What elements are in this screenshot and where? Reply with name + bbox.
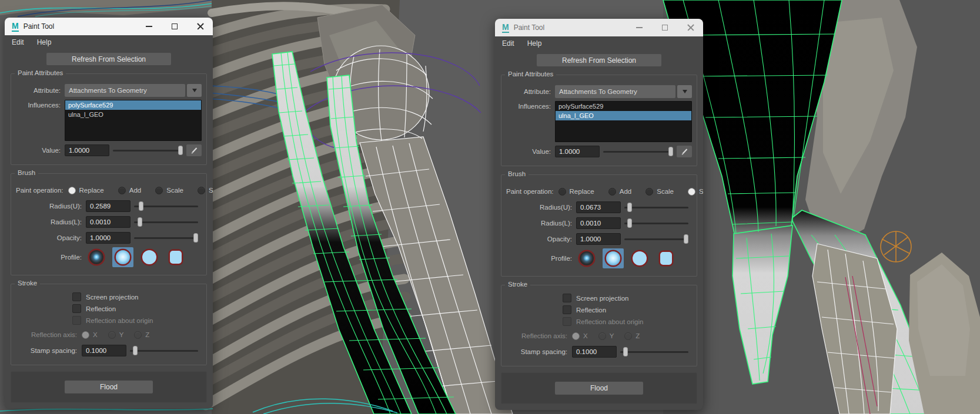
paint-operation-scale[interactable]: Scale bbox=[155, 187, 183, 194]
checkbox-icon bbox=[563, 317, 571, 326]
maximize-button[interactable] bbox=[170, 22, 179, 31]
attribute-label: Attribute: bbox=[506, 88, 551, 95]
flood-button[interactable]: Flood bbox=[555, 382, 643, 395]
stamp-spacing-input[interactable] bbox=[572, 346, 617, 358]
dropdown-arrow-button[interactable] bbox=[187, 84, 202, 97]
pencil-tool-button[interactable] bbox=[677, 146, 692, 157]
pencil-icon bbox=[680, 147, 688, 156]
stamp-spacing-input[interactable] bbox=[82, 345, 126, 356]
checkbox-screen-projection[interactable]: Screen projection bbox=[72, 292, 202, 301]
profile-soft-button[interactable] bbox=[112, 247, 133, 267]
attribute-dropdown[interactable]: Attachments To Geometry bbox=[555, 85, 675, 98]
attribute-dropdown[interactable]: Attachments To Geometry bbox=[65, 84, 185, 97]
close-button[interactable] bbox=[687, 23, 695, 32]
reflection-axis-z: Z bbox=[134, 331, 149, 339]
influence-item[interactable]: ulna_l_GEO bbox=[556, 111, 691, 120]
profile-solid-button[interactable] bbox=[139, 247, 160, 267]
influences-list[interactable]: polySurface529ulna_l_GEO bbox=[555, 101, 692, 142]
stamp-spacing-slider[interactable] bbox=[130, 345, 198, 356]
menu-help[interactable]: Help bbox=[527, 39, 542, 48]
minimize-button[interactable] bbox=[145, 22, 153, 31]
checkbox-screen-projection[interactable]: Screen projection bbox=[563, 294, 692, 302]
maximize-button[interactable] bbox=[661, 23, 669, 32]
attribute-label: Attribute: bbox=[16, 87, 61, 94]
checkbox-icon[interactable] bbox=[72, 304, 81, 313]
influence-item[interactable]: polySurface529 bbox=[65, 100, 201, 110]
profile-gaussian-button[interactable] bbox=[86, 247, 107, 267]
opacity-slider[interactable] bbox=[134, 233, 198, 243]
checkbox-icon[interactable] bbox=[563, 294, 571, 302]
menu-edit[interactable]: Edit bbox=[12, 38, 24, 46]
radius-u-slider[interactable] bbox=[134, 201, 198, 211]
radio-label: X bbox=[93, 331, 98, 338]
profile-label: Profile: bbox=[506, 255, 572, 262]
refresh-from-selection-button[interactable]: Refresh From Selection bbox=[537, 54, 661, 66]
reflection-axis-x: X bbox=[572, 332, 588, 340]
influence-item[interactable]: ulna_l_GEO bbox=[65, 110, 201, 119]
paint-operation-smooth[interactable]: Smooth bbox=[198, 187, 213, 194]
opacity-input[interactable] bbox=[86, 232, 131, 244]
attribute-value: Attachments To Geometry bbox=[69, 87, 147, 94]
value-slider[interactable] bbox=[113, 145, 183, 156]
opacity-slider[interactable] bbox=[624, 234, 688, 244]
radius-l-slider[interactable] bbox=[624, 218, 688, 228]
checkbox-icon[interactable] bbox=[72, 292, 81, 301]
checkbox-icon[interactable] bbox=[563, 305, 571, 314]
reflection-axis-y: Y bbox=[598, 332, 614, 340]
menubar: Edit Help bbox=[495, 36, 703, 51]
paint-operation-scale[interactable]: Scale bbox=[645, 188, 674, 196]
radio-icon bbox=[572, 332, 580, 340]
flood-button[interactable]: Flood bbox=[65, 381, 153, 393]
menu-help[interactable]: Help bbox=[37, 38, 52, 46]
paint-operation-replace[interactable]: Replace bbox=[68, 187, 104, 194]
value-slider[interactable] bbox=[603, 146, 673, 157]
window-title: Paint Tool bbox=[24, 22, 140, 31]
radio-label: Y bbox=[610, 332, 614, 339]
profile-square-button[interactable] bbox=[655, 248, 677, 268]
reflection-axis-label: Reflection axis: bbox=[506, 332, 567, 339]
influences-list[interactable]: polySurface529ulna_l_GEO bbox=[65, 100, 202, 141]
profile-gaussian-button[interactable] bbox=[576, 248, 597, 268]
titlebar[interactable]: M Paint Tool bbox=[5, 18, 213, 35]
radius-l-input[interactable] bbox=[86, 216, 131, 228]
radius-l-input[interactable] bbox=[576, 217, 621, 229]
influence-item[interactable]: polySurface529 bbox=[556, 102, 691, 111]
stamp-spacing-slider[interactable] bbox=[620, 346, 688, 357]
menu-edit[interactable]: Edit bbox=[502, 39, 514, 48]
radio-icon bbox=[108, 331, 116, 339]
radio-label: Add bbox=[620, 188, 631, 195]
radius-u-input[interactable] bbox=[576, 201, 621, 213]
minimize-icon bbox=[636, 27, 643, 28]
stroke-checkboxes: Screen projectionReflectionReflection ab… bbox=[563, 294, 692, 326]
group-label: Paint Attributes bbox=[15, 69, 66, 76]
paint-tool-window: M Paint Tool Edit Help Refresh From Sele… bbox=[495, 19, 703, 410]
pencil-tool-button[interactable] bbox=[186, 144, 202, 156]
checkbox-reflection[interactable]: Reflection bbox=[72, 304, 202, 313]
close-button[interactable] bbox=[196, 22, 205, 31]
opacity-label: Opacity: bbox=[506, 235, 572, 243]
titlebar[interactable]: M Paint Tool bbox=[495, 19, 703, 36]
radius-u-slider[interactable] bbox=[624, 202, 688, 213]
checkbox-reflection-about-origin: Reflection about origin bbox=[72, 316, 202, 325]
profile-square-button[interactable] bbox=[165, 247, 186, 267]
gaussian-brush-icon bbox=[89, 250, 103, 264]
radius-u-input[interactable] bbox=[86, 200, 131, 212]
checkbox-reflection[interactable]: Reflection bbox=[563, 305, 692, 314]
profile-solid-button[interactable] bbox=[629, 248, 650, 268]
paint-operation-replace[interactable]: Replace bbox=[558, 188, 594, 196]
maximize-icon bbox=[662, 25, 668, 31]
value-input[interactable] bbox=[555, 146, 600, 157]
gaussian-brush-icon bbox=[580, 251, 594, 265]
dropdown-arrow-button[interactable] bbox=[677, 85, 692, 98]
profile-soft-button[interactable] bbox=[603, 248, 624, 268]
minimize-button[interactable] bbox=[635, 23, 643, 32]
opacity-input[interactable] bbox=[576, 233, 621, 245]
value-label: Value: bbox=[16, 147, 61, 154]
radius-l-slider[interactable] bbox=[134, 217, 198, 227]
menubar: Edit Help bbox=[5, 35, 213, 49]
paint-operation-add[interactable]: Add bbox=[118, 187, 141, 194]
refresh-from-selection-button[interactable]: Refresh From Selection bbox=[46, 53, 171, 65]
paint-operation-smooth[interactable]: Smooth bbox=[688, 188, 703, 196]
paint-operation-add[interactable]: Add bbox=[608, 188, 631, 196]
value-input[interactable] bbox=[65, 144, 109, 156]
